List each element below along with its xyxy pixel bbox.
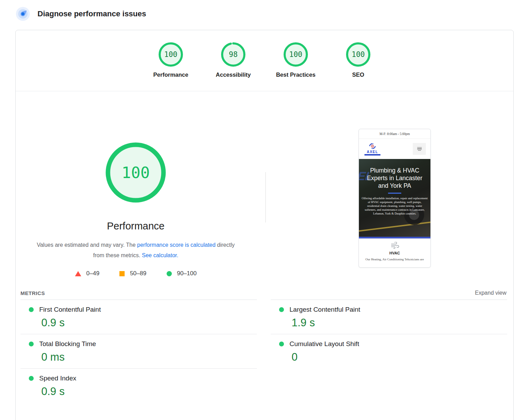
- legend-fail: 0–49: [75, 270, 100, 277]
- metrics-column-right: Largest Contentful Paint 1.9 s Cumulativ…: [271, 300, 507, 403]
- axel-logo: AXEL: [363, 142, 381, 156]
- metric-value: 0: [292, 351, 507, 363]
- legend-pass: 90–100: [167, 270, 197, 277]
- metric-value: 1.9 s: [292, 317, 507, 329]
- green-dot-icon: [29, 342, 34, 346]
- score-disclaimer: Values are estimated and may vary. The p…: [32, 240, 240, 261]
- score-best-practices[interactable]: 100 Best Practices: [275, 42, 317, 91]
- seo-score-gauge: 100: [346, 42, 371, 67]
- green-circle-icon: [167, 271, 172, 276]
- best-practices-score-gauge: 100: [283, 42, 308, 67]
- metrics-grid: First Contentful Paint 0.9 s Total Block…: [20, 300, 507, 403]
- lighthouse-report-card: 100 Performance 98 Accessibility 100: [15, 30, 514, 420]
- metric-first-contentful-paint: First Contentful Paint 0.9 s: [20, 300, 257, 334]
- thumb-hero-paragraph: Offering affordable installation, repair…: [359, 196, 430, 216]
- score-calc-link[interactable]: performance score is calculated: [137, 242, 216, 248]
- category-scores-row: 100 Performance 98 Accessibility 100: [16, 30, 513, 91]
- score-accessibility[interactable]: 98 Accessibility: [212, 42, 254, 91]
- metric-value: 0.9 s: [41, 317, 257, 329]
- page-screenshot-thumbnail[interactable]: M-F: 8:00am - 5:00pm AXEL: [359, 129, 431, 268]
- metrics-column-left: First Contentful Paint 0.9 s Total Block…: [20, 300, 257, 403]
- report-header: Diagnose performance issues: [16, 7, 146, 21]
- score-legend: 0–49 50–89 90–100: [32, 270, 240, 277]
- performance-score-gauge: 100: [158, 42, 183, 67]
- metric-largest-contentful-paint: Largest Contentful Paint 1.9 s: [271, 300, 507, 334]
- red-triangle-icon: [75, 271, 81, 276]
- expand-view-link[interactable]: Expand view: [475, 290, 506, 296]
- metric-cumulative-layout-shift: Cumulative Layout Shift 0: [271, 334, 507, 368]
- hamburger-menu-icon: [413, 143, 426, 155]
- score-label: Accessibility: [216, 72, 251, 78]
- lighthouse-gauge-icon: [16, 7, 30, 21]
- orange-square-icon: [119, 271, 125, 276]
- logo-banner: [364, 154, 380, 156]
- metrics-section-label: METRICS: [20, 290, 45, 296]
- performance-main-score: 100: [105, 142, 166, 203]
- metric-value: 0 ms: [41, 351, 257, 363]
- thumb-hvac-card: HVAC Our Heating, Air Conditioning Tehcn…: [359, 238, 430, 261]
- green-dot-icon: [279, 307, 284, 312]
- thumb-hero-title: Plumbing & HVAC Experts in Lancaster and…: [362, 167, 428, 190]
- green-dot-icon: [279, 342, 284, 346]
- metric-speed-index: Speed Index 0.9 s: [20, 369, 257, 403]
- thumb-navbar: AXEL: [359, 139, 430, 159]
- wind-icon: [390, 242, 399, 249]
- score-label: SEO: [352, 72, 364, 78]
- score-label: Best Practices: [276, 72, 316, 78]
- page-title: Diagnose performance issues: [37, 9, 146, 18]
- performance-heading: Performance: [32, 220, 240, 232]
- score-label: Performance: [153, 72, 188, 78]
- thumb-hero: EL Plumbing & HVAC Experts in Lancaster …: [359, 159, 430, 237]
- score-performance[interactable]: 100 Performance: [150, 42, 192, 91]
- green-dot-icon: [29, 307, 34, 312]
- hero-underline: [388, 193, 401, 194]
- accessibility-score-gauge: 98: [221, 42, 246, 67]
- performance-main-gauge: 100: [105, 142, 166, 203]
- metric-value: 0.9 s: [41, 385, 257, 398]
- metrics-header: METRICS Expand view: [20, 290, 506, 296]
- score-seo[interactable]: 100 SEO: [337, 42, 379, 91]
- legend-average: 50–89: [119, 270, 146, 277]
- see-calculator-link[interactable]: See calculator.: [142, 252, 178, 258]
- performance-overview: 100 Performance Values are estimated and…: [16, 91, 513, 286]
- green-dot-icon: [29, 376, 34, 381]
- vertical-divider: [265, 172, 266, 222]
- metric-total-blocking-time: Total Blocking Time 0 ms: [20, 334, 257, 369]
- thumb-hours-bar: M-F: 8:00am - 5:00pm: [359, 129, 430, 139]
